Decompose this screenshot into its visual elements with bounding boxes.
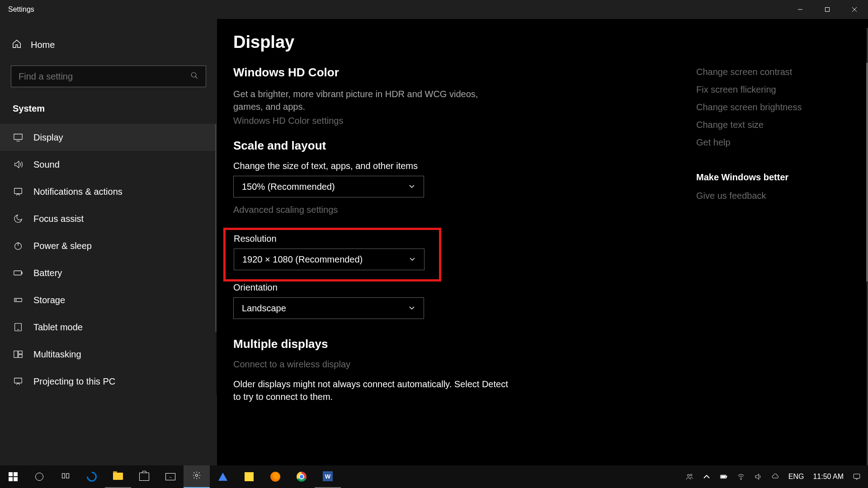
sidebar-item-projecting[interactable]: Projecting to this PC (0, 368, 217, 395)
taskbar-mail[interactable] (157, 465, 184, 488)
advanced-scaling-link[interactable]: Advanced scaling settings (233, 205, 532, 215)
notifications-icon (13, 186, 24, 197)
sidebar-item-label: Focus assist (33, 214, 84, 224)
svg-point-25 (690, 474, 692, 476)
mail-icon (165, 473, 175, 480)
sidebar-item-sound[interactable]: Sound (0, 151, 217, 178)
rail-link-contrast[interactable]: Change screen contrast (696, 63, 854, 81)
sidebar-item-notifications[interactable]: Notifications & actions (0, 178, 217, 205)
hd-color-settings-link[interactable]: Windows HD Color settings (233, 116, 532, 126)
start-button[interactable] (0, 465, 26, 488)
tablet-icon (13, 322, 24, 333)
tray-clock[interactable]: 11:50 AM (810, 465, 846, 488)
taskbar-chrome[interactable] (288, 465, 315, 488)
maximize-button[interactable] (814, 0, 841, 19)
taskbar-google-ads[interactable] (210, 465, 236, 488)
orientation-value: Landscape (242, 303, 286, 314)
svg-rect-17 (14, 351, 18, 358)
battery-icon (13, 267, 24, 278)
sidebar-item-power-sleep[interactable]: Power & sleep (0, 232, 217, 259)
svg-rect-11 (14, 271, 22, 275)
tray-people[interactable] (683, 465, 696, 488)
rail-link-flickering[interactable]: Fix screen flickering (696, 81, 854, 99)
svg-rect-18 (19, 351, 22, 354)
connect-wireless-link[interactable]: Connect to a wireless display (233, 359, 532, 370)
window-title: Settings (8, 5, 787, 14)
sidebar-item-label: Display (33, 132, 63, 143)
google-ads-icon (218, 473, 227, 481)
tray-show-hidden[interactable] (700, 465, 713, 488)
taskbar-word[interactable]: W (315, 465, 341, 488)
cortana-icon (35, 473, 43, 481)
power-icon (13, 240, 24, 251)
rail-link-get-help[interactable]: Get help (696, 134, 854, 151)
tray-action-center[interactable] (850, 465, 863, 488)
taskbar-edge[interactable] (79, 465, 105, 488)
sidebar-item-label: Notifications & actions (33, 187, 123, 197)
resolution-label: Resolution (234, 234, 431, 244)
taskbar-settings[interactable] (184, 465, 210, 488)
gear-icon (192, 471, 201, 482)
svg-rect-8 (14, 188, 22, 194)
scale-dropdown[interactable]: 150% (Recommended) (233, 176, 424, 197)
multitasking-icon (13, 349, 24, 360)
tray-onedrive[interactable] (769, 465, 782, 488)
svg-point-29 (741, 479, 741, 480)
sidebar-item-label: Multitasking (33, 349, 81, 360)
rail-link-text-size[interactable]: Change text size (696, 116, 854, 134)
home-icon (12, 39, 22, 51)
rail-link-brightness[interactable]: Change screen brightness (696, 99, 854, 116)
sidebar-item-multitasking[interactable]: Multitasking (0, 341, 217, 368)
svg-rect-22 (66, 474, 69, 478)
search-field[interactable] (19, 71, 190, 82)
orientation-dropdown[interactable]: Landscape (233, 297, 424, 319)
sidebar-scrollbar[interactable] (215, 124, 217, 332)
close-button[interactable] (841, 0, 868, 19)
chevron-down-icon (409, 254, 416, 265)
tray-language[interactable]: ENG (786, 465, 807, 488)
svg-line-5 (195, 76, 198, 79)
svg-rect-28 (721, 476, 726, 478)
task-view-icon (61, 471, 70, 482)
svg-point-4 (191, 72, 196, 77)
word-icon: W (323, 471, 333, 481)
sidebar-item-label: Projecting to this PC (33, 376, 115, 387)
sidebar-item-focus-assist[interactable]: Focus assist (0, 205, 217, 232)
multiple-displays-heading: Multiple displays (233, 337, 532, 351)
tray-battery[interactable] (717, 465, 731, 488)
chevron-down-icon (408, 182, 415, 192)
minimize-button[interactable] (787, 0, 814, 19)
scale-value: 150% (Recommended) (242, 182, 335, 192)
sidebar-item-display[interactable]: Display (0, 124, 217, 151)
storage-icon (13, 295, 24, 305)
resolution-dropdown[interactable]: 868 × 488 (Recommended) (234, 249, 425, 270)
cortana-button[interactable] (26, 465, 52, 488)
sidebar-item-tablet-mode[interactable]: Tablet mode (0, 314, 217, 341)
page-title: Display (233, 33, 532, 52)
svg-point-23 (196, 474, 198, 477)
tray-wifi[interactable] (734, 465, 748, 488)
rail-feedback-link[interactable]: Give us feedback (696, 187, 854, 205)
store-icon (139, 473, 149, 481)
svg-rect-27 (726, 476, 727, 478)
sound-icon (13, 159, 24, 170)
svg-rect-20 (14, 378, 22, 383)
sidebar-item-storage[interactable]: Storage (0, 286, 217, 314)
sidebar-item-label: Battery (33, 268, 62, 278)
scale-label: Change the size of text, apps, and other… (233, 161, 532, 171)
chrome-icon (297, 472, 307, 482)
titlebar: Settings (0, 0, 868, 19)
taskbar-firefox[interactable] (262, 465, 288, 488)
taskbar: W ENG 11:50 AM (0, 465, 868, 488)
tray-volume[interactable] (751, 465, 765, 488)
hd-color-desc: Get a brighter, more vibrant picture in … (233, 88, 509, 113)
search-input[interactable] (11, 66, 206, 87)
task-view-button[interactable] (52, 465, 79, 488)
firefox-icon (270, 472, 280, 482)
svg-rect-1 (826, 8, 830, 12)
sidebar-item-battery[interactable]: Battery (0, 259, 217, 286)
taskbar-store[interactable] (131, 465, 157, 488)
taskbar-file-explorer[interactable] (105, 465, 131, 488)
taskbar-sticky-notes[interactable] (236, 465, 262, 488)
home-button[interactable]: Home (0, 33, 217, 57)
